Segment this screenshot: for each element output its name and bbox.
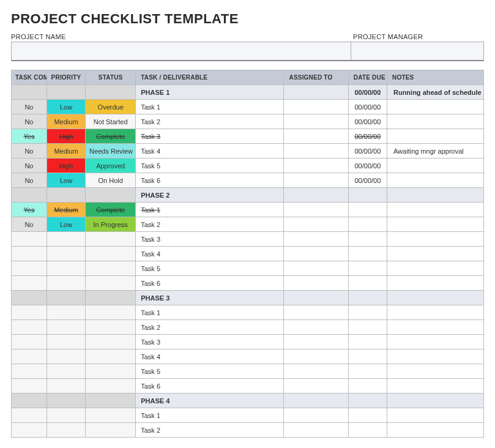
cell-priority[interactable]: Medium bbox=[47, 114, 85, 129]
cell-complete[interactable]: No bbox=[12, 144, 47, 159]
cell-priority[interactable]: High bbox=[47, 129, 85, 144]
cell-status[interactable] bbox=[86, 364, 136, 379]
cell-status[interactable] bbox=[86, 261, 136, 276]
cell-task[interactable]: Task 1 bbox=[136, 408, 284, 423]
cell-due[interactable] bbox=[348, 320, 387, 335]
cell-due[interactable] bbox=[348, 364, 387, 379]
cell-task[interactable]: PHASE 1 bbox=[136, 85, 284, 100]
cell-complete[interactable] bbox=[12, 188, 47, 203]
cell-priority[interactable] bbox=[47, 291, 85, 305]
cell-priority[interactable] bbox=[47, 335, 85, 349]
cell-priority[interactable] bbox=[47, 394, 85, 408]
cell-task[interactable]: Task 2 bbox=[136, 320, 284, 335]
cell-priority[interactable] bbox=[47, 261, 85, 276]
cell-notes[interactable]: Running ahead of schedule bbox=[387, 85, 483, 100]
cell-due[interactable] bbox=[348, 335, 387, 349]
cell-status[interactable] bbox=[86, 276, 136, 291]
cell-complete[interactable] bbox=[12, 276, 47, 291]
cell-complete[interactable] bbox=[12, 364, 47, 379]
cell-assigned[interactable] bbox=[284, 144, 348, 159]
cell-priority[interactable] bbox=[47, 276, 85, 291]
cell-status[interactable]: Approved bbox=[86, 159, 136, 173]
cell-priority[interactable] bbox=[47, 379, 85, 394]
cell-priority[interactable]: Low bbox=[47, 173, 85, 188]
cell-assigned[interactable] bbox=[284, 114, 348, 129]
cell-due[interactable] bbox=[348, 217, 387, 232]
cell-due[interactable] bbox=[348, 408, 387, 423]
cell-due[interactable] bbox=[348, 261, 387, 276]
cell-complete[interactable] bbox=[12, 291, 47, 305]
cell-assigned[interactable] bbox=[284, 276, 348, 291]
cell-notes[interactable]: Awaiting mngr approval bbox=[387, 144, 483, 159]
cell-due[interactable]: 00/00/00 bbox=[348, 159, 387, 173]
cell-task[interactable]: Task 4 bbox=[136, 349, 284, 364]
cell-notes[interactable] bbox=[387, 188, 483, 203]
cell-due[interactable]: 00/00/00 bbox=[348, 173, 387, 188]
cell-complete[interactable]: No bbox=[12, 114, 47, 129]
cell-task[interactable]: PHASE 2 bbox=[136, 188, 284, 203]
cell-priority[interactable] bbox=[47, 305, 85, 320]
cell-complete[interactable]: Yes bbox=[12, 129, 47, 144]
cell-task[interactable]: Task 6 bbox=[136, 379, 284, 394]
cell-notes[interactable] bbox=[387, 247, 483, 261]
cell-assigned[interactable] bbox=[284, 247, 348, 261]
cell-status[interactable] bbox=[86, 394, 136, 408]
cell-notes[interactable] bbox=[387, 203, 483, 217]
cell-complete[interactable] bbox=[12, 349, 47, 364]
cell-assigned[interactable] bbox=[284, 261, 348, 276]
cell-notes[interactable] bbox=[387, 114, 483, 129]
cell-task[interactable]: Task 5 bbox=[136, 159, 284, 173]
cell-complete[interactable] bbox=[12, 423, 47, 438]
cell-assigned[interactable] bbox=[284, 305, 348, 320]
cell-task[interactable]: Task 1 bbox=[136, 305, 284, 320]
cell-notes[interactable] bbox=[387, 232, 483, 247]
cell-assigned[interactable] bbox=[284, 408, 348, 423]
cell-notes[interactable] bbox=[387, 100, 483, 114]
cell-status[interactable] bbox=[86, 349, 136, 364]
cell-due[interactable] bbox=[348, 394, 387, 408]
cell-priority[interactable]: Low bbox=[47, 100, 85, 114]
cell-assigned[interactable] bbox=[284, 349, 348, 364]
cell-due[interactable] bbox=[348, 349, 387, 364]
cell-assigned[interactable] bbox=[284, 394, 348, 408]
cell-due[interactable] bbox=[348, 188, 387, 203]
cell-assigned[interactable] bbox=[284, 423, 348, 438]
cell-due[interactable] bbox=[348, 247, 387, 261]
cell-assigned[interactable] bbox=[284, 129, 348, 144]
cell-priority[interactable] bbox=[47, 320, 85, 335]
cell-status[interactable]: Complete bbox=[86, 203, 136, 217]
cell-due[interactable]: 00/00/00 bbox=[348, 85, 387, 100]
cell-complete[interactable] bbox=[12, 247, 47, 261]
cell-status[interactable]: In Progress bbox=[86, 217, 136, 232]
cell-assigned[interactable] bbox=[284, 159, 348, 173]
cell-priority[interactable] bbox=[47, 85, 85, 100]
cell-due[interactable] bbox=[348, 276, 387, 291]
cell-complete[interactable] bbox=[12, 305, 47, 320]
cell-notes[interactable] bbox=[387, 291, 483, 305]
project-manager-input[interactable] bbox=[351, 42, 483, 60]
cell-task[interactable]: Task 2 bbox=[136, 217, 284, 232]
cell-assigned[interactable] bbox=[284, 232, 348, 247]
cell-task[interactable]: PHASE 3 bbox=[136, 291, 284, 305]
cell-task[interactable]: Task 1 bbox=[136, 203, 284, 217]
cell-priority[interactable]: Low bbox=[47, 217, 85, 232]
cell-task[interactable]: Task 4 bbox=[136, 144, 284, 159]
cell-task[interactable]: Task 2 bbox=[136, 114, 284, 129]
cell-task[interactable]: Task 3 bbox=[136, 232, 284, 247]
cell-priority[interactable] bbox=[47, 349, 85, 364]
project-name-input[interactable] bbox=[12, 42, 351, 60]
cell-due[interactable]: 00/00/00 bbox=[348, 114, 387, 129]
cell-task[interactable]: Task 2 bbox=[136, 423, 284, 438]
cell-notes[interactable] bbox=[387, 305, 483, 320]
cell-due[interactable]: 00/00/00 bbox=[348, 129, 387, 144]
cell-notes[interactable] bbox=[387, 261, 483, 276]
cell-task[interactable]: Task 3 bbox=[136, 129, 284, 144]
cell-complete[interactable] bbox=[12, 379, 47, 394]
cell-notes[interactable] bbox=[387, 349, 483, 364]
cell-status[interactable]: On Hold bbox=[86, 173, 136, 188]
cell-notes[interactable] bbox=[387, 394, 483, 408]
cell-notes[interactable] bbox=[387, 423, 483, 438]
cell-notes[interactable] bbox=[387, 379, 483, 394]
cell-complete[interactable]: No bbox=[12, 217, 47, 232]
cell-due[interactable] bbox=[348, 423, 387, 438]
